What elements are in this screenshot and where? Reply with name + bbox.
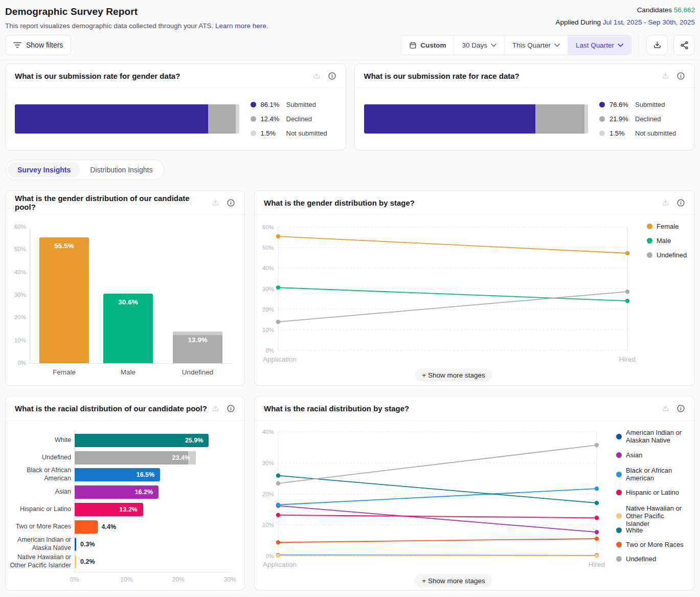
bar-value-label: 13.2% bbox=[75, 506, 138, 513]
legend-label: Black or African American bbox=[626, 467, 689, 482]
y-axis-tick: 20% bbox=[262, 491, 274, 497]
row-label: Undefined bbox=[6, 451, 71, 465]
legend-value: 1.5% bbox=[261, 129, 286, 137]
download-chart-icon[interactable] bbox=[211, 198, 220, 207]
y-axis-tick: 60% bbox=[8, 224, 26, 230]
race-submission-legend: 76.6%Submitted21.9%Declined1.5%Not submi… bbox=[599, 98, 685, 141]
range-30-days[interactable]: 30 Days bbox=[454, 35, 505, 55]
x-axis-tick: 20% bbox=[166, 576, 191, 583]
legend-dot bbox=[251, 102, 256, 107]
report-meta: Candidates 56,662 Applied During Jul 1st… bbox=[556, 6, 695, 31]
tab-distribution-insights[interactable]: Distribution Insights bbox=[80, 162, 162, 178]
x-stage-label: Application bbox=[263, 356, 297, 363]
legend-dot bbox=[251, 116, 256, 122]
download-chart-icon[interactable] bbox=[661, 404, 670, 413]
legend-dot bbox=[616, 490, 622, 495]
download-report-button[interactable] bbox=[646, 35, 668, 55]
data-point bbox=[276, 481, 280, 485]
bar-american-indian-or-alaska-native bbox=[75, 538, 76, 551]
legend-item: 76.6%Submitted bbox=[599, 98, 685, 112]
info-icon[interactable] bbox=[676, 72, 685, 80]
info-icon[interactable] bbox=[676, 404, 685, 413]
legend-item-male: Male bbox=[647, 237, 693, 245]
legend-value: 12.4% bbox=[261, 115, 286, 123]
legend-dot bbox=[599, 116, 605, 122]
segment-not-submitted bbox=[236, 104, 239, 134]
bar-value-label: 13.9% bbox=[173, 336, 222, 344]
data-point bbox=[625, 299, 629, 303]
card-title: What is our submission rate for race dat… bbox=[364, 72, 520, 80]
y-axis-tick: 30% bbox=[8, 292, 26, 298]
gender-pool-card: What is the gender distribution of our c… bbox=[5, 190, 245, 386]
legend-label: Declined bbox=[286, 115, 312, 123]
data-point bbox=[595, 530, 599, 534]
bar-value-label: 30.6% bbox=[103, 298, 153, 306]
series-line-male bbox=[278, 288, 627, 301]
legend-value: 21.9% bbox=[609, 115, 635, 123]
legend-item-black-or-african-american: Black or African American bbox=[616, 467, 689, 482]
x-category-label: Male bbox=[103, 368, 153, 376]
gender-submission-card: What is our submission rate for gender d… bbox=[5, 63, 346, 150]
legend-label: Male bbox=[657, 237, 693, 245]
row-label: Black or African American bbox=[6, 468, 71, 481]
gender-pool-bar-chart: 0%10%20%30%40%50%60%55.5%Female30.6%Male… bbox=[6, 215, 244, 385]
data-point bbox=[595, 537, 599, 541]
y-axis-tick: 50% bbox=[8, 246, 26, 252]
toolbar: Show filters Custom 30 Days This Quarter bbox=[0, 31, 700, 60]
download-chart-icon[interactable] bbox=[661, 198, 670, 207]
data-point bbox=[625, 290, 629, 294]
series-line-native-hawaiian-or-other-pacific-islander bbox=[278, 556, 597, 556]
info-icon[interactable] bbox=[328, 72, 336, 80]
show-filters-button[interactable]: Show filters bbox=[5, 35, 71, 55]
y-axis-tick: 10% bbox=[262, 327, 274, 333]
legend-dot bbox=[616, 434, 622, 439]
download-chart-icon[interactable] bbox=[312, 72, 321, 80]
legend-dot bbox=[599, 102, 605, 107]
share-icon bbox=[680, 40, 689, 50]
data-point bbox=[625, 251, 629, 255]
x-axis-line bbox=[30, 363, 233, 364]
data-point bbox=[276, 540, 280, 544]
data-point bbox=[595, 443, 599, 447]
legend-label: Declined bbox=[635, 115, 661, 123]
bar-female bbox=[39, 237, 89, 363]
legend-item: 21.9%Declined bbox=[599, 112, 685, 126]
info-icon[interactable] bbox=[227, 404, 235, 413]
bar-value-label: 25.9% bbox=[75, 437, 203, 444]
info-icon[interactable] bbox=[227, 198, 235, 207]
filter-icon bbox=[13, 41, 21, 49]
legend-item-hispanic-or-latino: Hispanic or Latino bbox=[616, 489, 689, 496]
legend-item-two-or-more-races: Two or More Races bbox=[616, 541, 689, 548]
bar-value-label: 23.4% bbox=[75, 454, 190, 461]
x-category-label: Undefined bbox=[173, 368, 222, 376]
legend-dot bbox=[616, 527, 622, 533]
range-last-quarter[interactable]: Last Quarter bbox=[568, 35, 631, 55]
row-label: Asian bbox=[6, 485, 71, 499]
segment-declined bbox=[208, 104, 236, 134]
share-report-button[interactable] bbox=[673, 35, 695, 55]
range-this-quarter[interactable]: This Quarter bbox=[505, 35, 568, 55]
x-category-label: Female bbox=[39, 368, 89, 376]
download-chart-icon[interactable] bbox=[211, 404, 220, 413]
card-title: What is our submission rate for gender d… bbox=[15, 72, 180, 80]
race-stage-card: What is the racial distribution by stage… bbox=[254, 396, 695, 590]
tab-survey-insights[interactable]: Survey Insights bbox=[8, 162, 80, 178]
data-point bbox=[276, 320, 280, 324]
download-chart-icon[interactable] bbox=[661, 72, 670, 80]
legend-dot bbox=[616, 472, 622, 477]
legend-dot bbox=[616, 556, 622, 562]
x-stage-label: Hired bbox=[589, 561, 605, 568]
bar-two-or-more-races bbox=[75, 520, 98, 534]
legend-label: Not submitted bbox=[635, 129, 676, 137]
y-axis-line bbox=[30, 227, 30, 363]
show-more-stages-button[interactable]: + Show more stages bbox=[415, 574, 492, 587]
learn-more-link[interactable]: Learn more here bbox=[215, 22, 266, 30]
y-axis-tick: 40% bbox=[8, 269, 26, 275]
info-icon[interactable] bbox=[676, 198, 685, 207]
y-axis-tick: 0% bbox=[8, 360, 26, 366]
show-more-stages-button[interactable]: + Show more stages bbox=[415, 368, 492, 382]
custom-range-button[interactable]: Custom bbox=[401, 35, 454, 55]
gender-stage-line-chart: + Show more stages 0%10%20%30%40%50%60%A… bbox=[255, 215, 694, 385]
data-point bbox=[276, 234, 280, 238]
x-axis-tick: 30% bbox=[217, 576, 243, 583]
